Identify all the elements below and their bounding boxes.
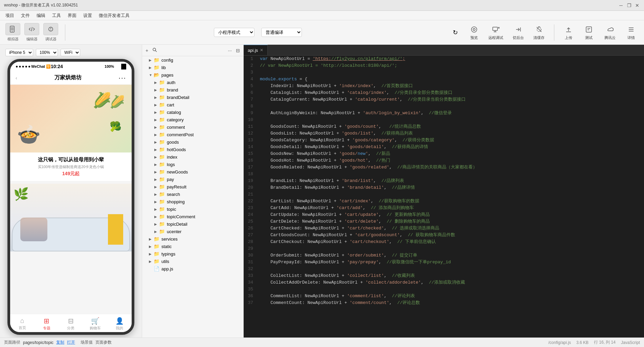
tree-item-pay[interactable]: ▶ 📁 pay	[142, 176, 243, 183]
cut-backend-button[interactable]: 切后台	[510, 23, 527, 42]
menu-settings[interactable]: 设置	[81, 12, 95, 19]
tree-item-search[interactable]: ▶ 📁 search	[142, 190, 243, 198]
folder-icon-topicComment: 📁	[159, 214, 165, 219]
tree-item-appjs[interactable]: ▶ 📄 app.js	[142, 265, 243, 272]
tree-item-payResult[interactable]: ▶ 📁 payResult	[142, 183, 243, 190]
line-number: 36	[244, 293, 257, 300]
debugger-button[interactable]: 调试器	[43, 23, 58, 42]
tree-item-newGoods[interactable]: ▶ 📁 newGoods	[142, 168, 243, 176]
tree-item-cart[interactable]: ▶ 📁 cart	[142, 101, 243, 108]
tree-item-logs[interactable]: ▶ 📁 logs	[142, 161, 243, 168]
nav-mine[interactable]: 👤 我的	[107, 316, 132, 331]
tab-close-button[interactable]: ✕	[260, 48, 263, 53]
nav-featured[interactable]: ⊞ 专题	[35, 316, 59, 331]
menu-edit[interactable]: 编辑	[34, 12, 48, 19]
menu-file[interactable]: 文件	[18, 12, 32, 19]
more-dots-icon[interactable]: ···	[118, 74, 126, 82]
tree-item-static[interactable]: ▶ 📁 static	[142, 243, 243, 250]
remote-debug-button[interactable]: 远程调试	[486, 23, 506, 42]
tencent-cloud-button[interactable]: 腾讯云	[602, 23, 618, 42]
folder-icon-brandDetail: 📁	[159, 95, 165, 100]
network-select[interactable]: WiFi	[61, 49, 80, 56]
code-line: 25 CartDelete: NewApiRootUrl + 'cart/del…	[244, 218, 644, 225]
editor-tab-api[interactable]: api.js ✕	[244, 45, 268, 55]
arrow-topicDetail: ▶	[154, 222, 158, 226]
menu-interface[interactable]: 界面	[65, 12, 79, 19]
menu-devtools[interactable]: 微信开发者工具	[96, 12, 132, 19]
tree-item-commentPost[interactable]: ▶ 📁 commentPost	[142, 131, 243, 138]
compile-select[interactable]: 普通编译	[261, 28, 302, 37]
device-select[interactable]: iPhone 5	[5, 49, 33, 56]
plant-icon: 🌿	[14, 187, 29, 201]
close-button[interactable]: ✕	[635, 3, 640, 8]
tree-item-lib[interactable]: ▶ 📁 lib	[142, 64, 243, 71]
category-icon: ⊟	[68, 317, 74, 325]
back-icon[interactable]: ‹	[16, 75, 17, 81]
tree-item-catalog[interactable]: ▶ 📁 catalog	[142, 108, 243, 116]
simulator-button[interactable]: 模拟器	[5, 23, 20, 42]
menu-tools[interactable]: 工具	[49, 12, 64, 19]
folder-icon-static: 📁	[154, 244, 159, 249]
tree-item-comment[interactable]: ▶ 📁 comment	[142, 123, 243, 131]
nav-category[interactable]: ⊟ 分类	[59, 316, 83, 331]
line-code: BrandList: NewApiRootUrl + 'brand/list',…	[257, 178, 404, 184]
tree-item-config[interactable]: ▶ 📁 config	[142, 56, 243, 64]
folder-name-typings: typings	[161, 251, 175, 257]
tree-item-typings[interactable]: ▶ 📁 typings	[142, 250, 243, 258]
tree-item-brandDetail[interactable]: ▶ 📁 brandDetail	[142, 94, 243, 101]
code-line: 21	[244, 191, 644, 198]
tree-item-auth[interactable]: ▶ 📁 auth	[142, 79, 243, 86]
tree-item-services[interactable]: ▶ 📁 services	[142, 235, 243, 243]
nav-featured-label: 专题	[43, 326, 50, 331]
zoom-select[interactable]: 100%	[36, 49, 58, 56]
code-line: 23 CartAdd: NewApiRootUrl + 'cart/add', …	[244, 205, 644, 211]
device-selector: iPhone 5 100% WiFi	[3, 47, 139, 58]
minimize-button[interactable]: ─	[618, 3, 624, 8]
tree-item-utils[interactable]: ▶ 📁 utils	[142, 258, 243, 265]
debugger-icon[interactable]	[43, 23, 58, 35]
code-content[interactable]: 1var NewApiRootUrl = 'https://fly2you.cn…	[244, 56, 644, 338]
restore-button[interactable]: ❐	[626, 3, 632, 8]
phone-status-bar: ●●●●● WeChat 🛜 10:24 100% ▐█	[10, 62, 132, 71]
tree-item-topic[interactable]: ▶ 📁 topic	[142, 205, 243, 213]
code-line: 30 OrderSubmit: NewApiRootUrl + 'order/s…	[244, 252, 644, 259]
tree-item-hotGoods[interactable]: ▶ 📁 hotGoods	[142, 146, 243, 153]
phone-content[interactable]: 🌽 🌽 🍲 🥦 这只锅，可以从祖母用到小辈 买100年传世选锅制造商送20卡龙色…	[10, 85, 132, 314]
tree-item-shopping[interactable]: ▶ 📁 shopping	[142, 198, 243, 205]
test-button[interactable]: 测试	[581, 23, 596, 42]
tree-item-category[interactable]: ▶ 📁 category	[142, 116, 243, 123]
tree-item-pages[interactable]: ▼ 📂 pages	[142, 71, 243, 79]
status-copy-link[interactable]: 复制	[56, 340, 64, 345]
refresh-button[interactable]: ↻	[448, 26, 463, 39]
upload-button[interactable]: 上传	[561, 23, 576, 42]
line-code: CollectList: NewApiRootUrl + 'collect/li…	[257, 272, 415, 279]
tree-item-goods[interactable]: ▶ 📁 goods	[142, 138, 243, 146]
search-file-button[interactable]	[152, 47, 158, 54]
line-number: 14	[244, 144, 257, 150]
mode-select[interactable]: 小程序模式	[214, 28, 254, 37]
folder-name-hotGoods: hotGoods	[167, 147, 186, 152]
more-options-button[interactable]: ···	[227, 47, 232, 54]
code-line: 26 CartChecked: NewApiRootUrl + 'cart/ch…	[244, 225, 644, 232]
tree-item-topicComment[interactable]: ▶ 📁 topicComment	[142, 213, 243, 220]
tree-item-ucenter[interactable]: ▶ 📁 ucenter	[142, 228, 243, 235]
preview-button[interactable]: 预览	[467, 23, 482, 42]
line-number: 17	[244, 164, 257, 171]
menu-bar: 项目 文件 编辑 工具 界面 设置 微信开发者工具	[0, 11, 644, 20]
add-file-button[interactable]: +	[145, 47, 149, 54]
folder-icon-lib: 📁	[154, 65, 159, 70]
clear-cache-button[interactable]: 清缓存	[531, 23, 547, 42]
simulator-icon[interactable]	[5, 23, 20, 35]
tree-item-topicDetail[interactable]: ▶ 📁 topicDetail	[142, 220, 243, 228]
nav-cart[interactable]: 🛒 购物车	[83, 316, 107, 331]
collapse-tree-button[interactable]: ⊟	[235, 47, 241, 54]
details-button[interactable]: 详情	[624, 23, 639, 42]
menu-project[interactable]: 项目	[3, 12, 17, 19]
tree-item-index[interactable]: ▶ 📁 index	[142, 153, 243, 161]
line-number: 15	[244, 150, 257, 157]
tree-item-brand[interactable]: ▶ 📁 brand	[142, 86, 243, 94]
editor-icon[interactable]	[24, 23, 39, 35]
status-open-link[interactable]: 打开	[67, 340, 75, 345]
editor-button[interactable]: 编辑器	[24, 23, 39, 42]
nav-home[interactable]: ⌂ 首页	[10, 316, 35, 331]
